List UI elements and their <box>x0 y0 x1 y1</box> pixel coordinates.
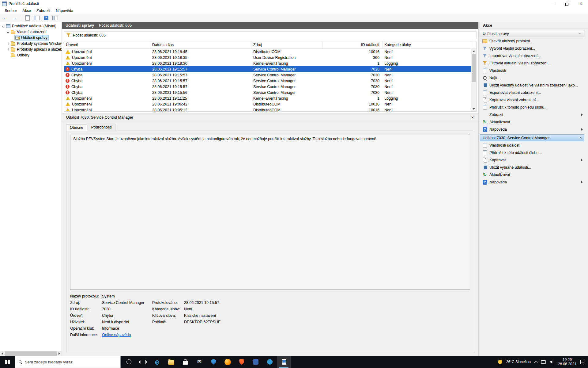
scroll-down-arrow-icon[interactable] <box>471 106 476 111</box>
tree-item-prohlizec-udalosti-mistni[interactable]: Prohlížeč událostí (Místní) <box>0 23 62 29</box>
forward-button[interactable] <box>10 14 18 21</box>
datetime-cell: 28.06.2021 19:06:42 <box>150 102 251 106</box>
weather-sun-icon[interactable] <box>498 360 502 364</box>
action-exportovat-vlastni-zobrazeni[interactable]: Exportovat vlastní zobrazení... <box>480 89 584 96</box>
action-pridruzit-k-tomuto-pohledu-ulohu[interactable]: Přidružit k tomuto pohledu úlohu... <box>480 104 584 111</box>
action-ulozit-vybrane-udalosti[interactable]: Uložit vybrané události... <box>480 164 584 171</box>
file-explorer-taskbar-button[interactable] <box>164 356 178 368</box>
tree-item-odbery[interactable]: Odběry <box>0 52 62 58</box>
action-section-header[interactable]: Událost 7030, Service Control Manager <box>480 134 584 141</box>
pinned-app-2-taskbar-button[interactable] <box>263 356 277 368</box>
detail-field-row: Další informace:Online nápověda <box>70 333 470 339</box>
action-vlastnosti[interactable]: Vlastnosti <box>480 67 584 74</box>
volume-icon[interactable] <box>550 360 554 364</box>
action-vytvorit-vlastni-zobrazeni[interactable]: Vytvořit vlastní zobrazení... <box>480 45 584 52</box>
scroll-left-arrow-icon[interactable] <box>0 351 5 356</box>
tree-item-udalosti-spravy[interactable]: Události správy <box>0 35 62 40</box>
chevron-up-icon[interactable] <box>579 33 582 35</box>
menu-soubor[interactable]: Soubor <box>2 8 20 13</box>
action-kopirovat-vlastni-zobrazeni[interactable]: Kopírovat vlastní zobrazení... <box>480 96 584 104</box>
taskbar-search[interactable] <box>15 356 121 368</box>
action-section-header[interactable]: Události správy <box>480 30 584 37</box>
action-kopirovat[interactable]: Kopírovat <box>480 156 584 164</box>
action-napoveda[interactable]: Nápověda <box>480 178 584 186</box>
firefox-taskbar-button[interactable] <box>221 356 235 368</box>
event-row[interactable]: Chyba28.06.2021 19:15:57Service Control … <box>64 78 476 84</box>
minimize-button[interactable] <box>546 0 560 7</box>
chevron-right-icon[interactable] <box>6 48 10 50</box>
action-ulozit-vsechny-udalosti-ve-vlastnim-zobrazeni-jako[interactable]: Uložit všechny události ve vlastním zobr… <box>480 82 584 89</box>
main-view: Události správy Počet událostí: 665 Poče… <box>62 22 479 356</box>
tab-obecne[interactable]: Obecné <box>66 124 87 131</box>
help-button[interactable] <box>42 14 50 21</box>
edge-taskbar-button[interactable] <box>150 356 164 368</box>
list-vertical-scrollbar[interactable] <box>471 49 476 111</box>
action-center-icon[interactable] <box>580 360 585 364</box>
event-row[interactable]: Upozornění28.06.2021 19:18:45Distributed… <box>64 49 476 55</box>
tree-horizontal-scrollbar[interactable] <box>0 351 62 356</box>
show-console-tree-button[interactable] <box>33 14 41 21</box>
event-row[interactable]: Chyba28.06.2021 19:15:56Service Control … <box>64 90 476 95</box>
scroll-right-arrow-icon[interactable] <box>57 351 62 356</box>
close-preview-icon[interactable] <box>470 115 475 120</box>
column-header-kategorie-ulohy[interactable]: Kategorie úlohy <box>383 41 471 48</box>
action-otevrit-ulozeny-protokol[interactable]: Otevřít uložený protokol... <box>480 37 584 45</box>
tree-item-protokoly-aplikaci-a-sluzeb[interactable]: Protokoly aplikací a služeb <box>0 46 62 52</box>
action-aktualizovat[interactable]: Aktualizovat <box>480 118 584 126</box>
action-najit[interactable]: Najít... <box>480 74 584 82</box>
back-button[interactable] <box>1 14 9 21</box>
action-importovat-vlastni-zobrazeni[interactable]: Importovat vlastní zobrazení... <box>480 52 584 59</box>
mail-taskbar-button[interactable] <box>192 356 206 368</box>
show-action-pane-button[interactable] <box>51 14 59 21</box>
event-row[interactable]: Chyba28.06.2021 19:15:57Service Control … <box>64 66 476 72</box>
export-list-button[interactable] <box>24 14 32 21</box>
scrollbar-thumb[interactable] <box>5 351 57 356</box>
column-header-id-udalosti[interactable]: ID události <box>323 41 383 48</box>
chevron-down-icon[interactable] <box>6 31 10 33</box>
security-taskbar-button[interactable] <box>206 356 221 368</box>
event-row[interactable]: Upozornění28.06.2021 19:05:12Distributed… <box>64 107 476 112</box>
menu-napoveda[interactable]: Nápověda <box>53 8 76 13</box>
restore-button[interactable] <box>560 0 574 7</box>
column-header-zdroj[interactable]: Zdroj <box>251 41 323 48</box>
hidden-icons-icon[interactable] <box>534 361 537 364</box>
tree-item-protokoly-systemu-windows[interactable]: Protokoly systému Windows <box>0 40 62 46</box>
close-button[interactable] <box>574 0 588 7</box>
menu-zobrazit[interactable]: Zobrazit <box>34 8 53 13</box>
action-filtrovat-aktualni-vlastni-zobrazeni[interactable]: Filtrovat aktuální vlastní zobrazení... <box>480 59 584 67</box>
cortana-taskbar-button[interactable] <box>122 356 136 368</box>
clock[interactable]: 19:29 28.06.2021 <box>558 358 576 366</box>
tree-item-vlastni-zobrazeni[interactable]: Vlastní zobrazení <box>0 29 62 35</box>
brave-taskbar-button[interactable] <box>235 356 249 368</box>
event-row[interactable]: Upozornění28.06.2021 19:18:35User Device… <box>64 55 476 60</box>
menu-akce[interactable]: Akce <box>20 8 34 13</box>
action-aktualizovat[interactable]: Aktualizovat <box>480 171 584 178</box>
monitor-icon[interactable] <box>541 360 546 364</box>
event-row[interactable]: Chyba28.06.2021 19:15:57Service Control … <box>64 72 476 78</box>
chevron-right-icon[interactable] <box>6 43 10 44</box>
chevron-down-icon[interactable] <box>1 25 5 27</box>
event-viewer-taskbar-button[interactable] <box>277 356 291 368</box>
action-pridruzit-k-teto-udalosti-ulohu[interactable]: Přidružit k této události úlohu... <box>480 149 584 156</box>
column-header-uroven[interactable]: Úroveň <box>64 41 150 48</box>
pinned-app-1-taskbar-button[interactable] <box>249 356 263 368</box>
tab-podrobnosti[interactable]: Podrobnosti <box>88 124 115 131</box>
task-view-taskbar-button[interactable] <box>136 356 150 368</box>
start-button[interactable] <box>0 356 15 368</box>
store-taskbar-button[interactable] <box>178 356 192 368</box>
event-row[interactable]: Upozornění28.06.2021 19:18:30Kernel-Even… <box>64 60 476 66</box>
scroll-up-arrow-icon[interactable] <box>471 49 476 54</box>
event-row[interactable]: Upozornění28.06.2021 19:06:42Distributed… <box>64 101 476 107</box>
weather-text[interactable]: 26°C Slunečno <box>506 360 531 364</box>
event-row[interactable]: Upozornění28.06.2021 19:11:25Kernel-Even… <box>64 95 476 101</box>
chevron-up-icon[interactable] <box>579 137 582 140</box>
event-row[interactable]: Chyba28.06.2021 19:15:57Service Control … <box>64 84 476 90</box>
column-header-datum-a-cas[interactable]: Datum a čas <box>150 41 251 48</box>
level-cell: Chyba <box>64 73 150 77</box>
action-napoveda[interactable]: Nápověda <box>480 126 584 133</box>
online-help-link[interactable]: Online nápověda <box>102 333 152 337</box>
scrollbar-thumb[interactable] <box>472 54 476 82</box>
search-input[interactable] <box>25 360 117 364</box>
action-zobrazit[interactable]: Zobrazit <box>480 111 584 118</box>
action-vlastnosti-udalosti[interactable]: Vlastnosti událostí <box>480 142 584 149</box>
